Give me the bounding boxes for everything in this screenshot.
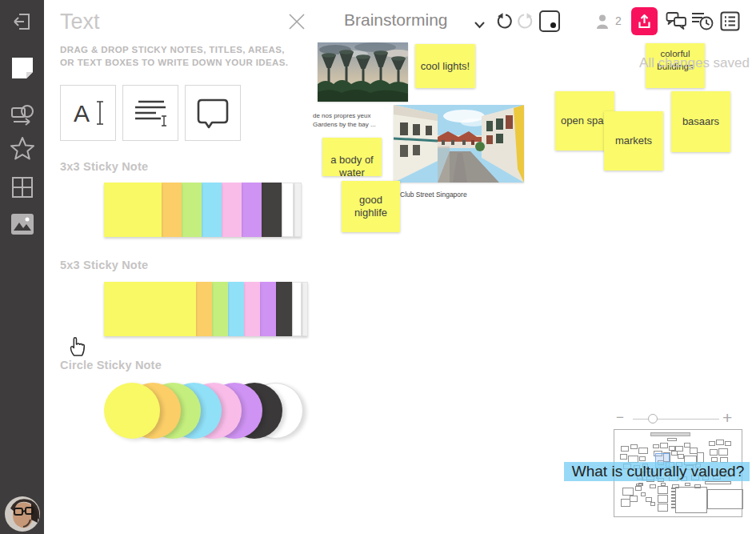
board-title[interactable]: Brainstorming	[344, 10, 448, 30]
sticky-5x3-color-5[interactable]	[260, 282, 276, 336]
sticky-5x3-color-7[interactable]	[292, 282, 302, 336]
sticky-3x3-color-6[interactable]	[262, 183, 282, 237]
text-tool-panel: Text DRAG & DROP STICKY NOTES, TITLES, A…	[44, 0, 312, 534]
canvas-sticky-note[interactable]: good nighlife	[342, 181, 400, 232]
canvas-sticky-note[interactable]: markets	[604, 111, 663, 171]
sticky-3x3-color-0[interactable]	[104, 183, 162, 237]
chevron-down-icon[interactable]	[474, 18, 485, 32]
section-label-circle: Circle Sticky Note	[60, 359, 162, 371]
collaborators-icon[interactable]	[596, 14, 614, 33]
hand-cursor-icon	[67, 333, 88, 360]
panel-title: Text	[60, 10, 100, 34]
sticky-5x3-color-8[interactable]	[302, 282, 308, 336]
minimap-item	[621, 446, 629, 452]
minimap-item	[639, 456, 646, 461]
minimap-item	[685, 483, 690, 486]
redo-icon[interactable]	[516, 12, 534, 34]
minimap-item	[725, 441, 731, 446]
sticky-5x3-color-0[interactable]	[104, 282, 196, 336]
minimap-item	[718, 448, 728, 456]
list-icon[interactable]	[720, 11, 740, 34]
sticky-3x3-color-2[interactable]	[182, 183, 202, 237]
minimap-item	[638, 448, 648, 454]
minimap-item	[650, 432, 690, 436]
comment-bubble-tool[interactable]	[185, 85, 241, 141]
grid-tool-icon[interactable]	[0, 176, 44, 199]
section-label-3x3: 3x3 Sticky Note	[60, 160, 148, 173]
minimap-item	[658, 495, 668, 503]
close-icon[interactable]	[288, 13, 306, 34]
supertrees-caption[interactable]: de nos propres yeux Gardens by the bay .…	[313, 111, 376, 129]
sidebar	[0, 0, 44, 534]
undo-icon[interactable]	[495, 12, 514, 34]
sticky-note-tool-icon[interactable]	[0, 56, 44, 80]
minimap-item	[660, 443, 668, 448]
minimap-item	[709, 441, 715, 446]
sticky-3x3-color-7[interactable]	[282, 183, 294, 237]
autosave-status: All changes saved	[639, 55, 750, 71]
sticky-5x3-color-1[interactable]	[196, 282, 212, 336]
minimap-item	[635, 486, 642, 491]
minimap-item	[658, 486, 668, 494]
sticky-3x3-color-4[interactable]	[222, 183, 242, 237]
comments-icon[interactable]	[666, 11, 688, 34]
exit-board-icon[interactable]	[0, 11, 44, 32]
section-label-5x3: 5x3 Sticky Note	[60, 259, 148, 271]
minimap-item	[620, 454, 627, 460]
supertrees-photo[interactable]	[318, 42, 408, 102]
sticky-3x3-color-1[interactable]	[162, 183, 182, 237]
sticky-3x3-color-8[interactable]	[294, 183, 302, 237]
selected-title-text[interactable]: What is culturally valued?	[564, 463, 752, 480]
sticky-circle-color-0[interactable]	[104, 383, 160, 439]
zoom-slider-handle[interactable]	[648, 414, 658, 424]
canvas-sticky-note[interactable]: cool lights!	[415, 44, 475, 88]
zoom-in-button[interactable]: +	[722, 408, 732, 428]
sticky-3x3-color-5[interactable]	[242, 183, 262, 237]
minimap-item	[650, 484, 656, 488]
minimap-item	[710, 449, 718, 456]
textbox-tool[interactable]	[122, 85, 178, 141]
minimap-item	[675, 487, 707, 513]
minimap-item	[667, 438, 677, 441]
canvas-sticky-note[interactable]: a body of water	[322, 138, 382, 176]
collaborator-count: 2	[615, 14, 622, 27]
sticky-5x3-color-4[interactable]	[244, 282, 260, 336]
image-tool-icon[interactable]	[0, 213, 44, 235]
minimap-item	[622, 488, 634, 496]
minimap-item	[678, 454, 684, 459]
user-avatar[interactable]	[0, 496, 44, 532]
zoom-slider-track[interactable]	[633, 419, 719, 420]
minimap-item	[675, 446, 683, 452]
activity-icon[interactable]	[691, 10, 714, 34]
minimap-dotted-strip	[671, 488, 675, 508]
minimap-item	[641, 492, 646, 496]
minimap-item	[621, 499, 630, 507]
canvas-sticky-note[interactable]: basaars	[671, 91, 730, 152]
minimap-item	[658, 504, 668, 512]
zoom-out-button[interactable]: −	[616, 410, 624, 426]
minimap-item	[653, 444, 659, 448]
club-street-photo[interactable]	[394, 105, 524, 183]
title-tool[interactable]: A	[60, 85, 116, 141]
minimap-item	[650, 502, 655, 506]
minimap-item	[630, 496, 638, 502]
minimap-item	[630, 444, 638, 449]
minimap-item	[707, 489, 743, 509]
star-tool-icon[interactable]	[0, 136, 44, 160]
focus-dot-icon[interactable]	[539, 10, 560, 32]
svg-text:A: A	[74, 100, 90, 126]
minimap-item	[705, 481, 731, 484]
minimap-item	[716, 440, 724, 445]
sticky-3x3-color-3[interactable]	[202, 183, 222, 237]
minimap-item	[636, 484, 642, 486]
sticky-5x3-color-2[interactable]	[212, 282, 228, 336]
shapes-flow-tool-icon[interactable]	[0, 102, 44, 126]
panel-description: DRAG & DROP STICKY NOTES, TITLES, AREAS,…	[60, 43, 288, 69]
share-button[interactable]	[631, 7, 658, 35]
sticky-5x3-color-6[interactable]	[276, 282, 292, 336]
club-street-caption[interactable]: Club Street Singapore	[400, 191, 467, 199]
sticky-5x3-color-3[interactable]	[228, 282, 244, 336]
